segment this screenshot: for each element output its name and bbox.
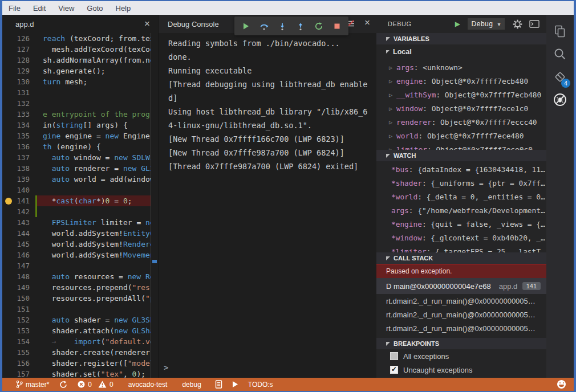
- code-text[interactable]: resources.prependAll("pa: [37, 293, 151, 304]
- launch-config-select[interactable]: Debug ▾: [468, 18, 505, 30]
- scope-local[interactable]: Local: [376, 44, 546, 59]
- line-number[interactable]: 132: [2, 98, 35, 109]
- line-number[interactable]: 138: [2, 163, 35, 174]
- close-icon[interactable]: ×: [144, 20, 150, 28]
- todo-button[interactable]: TODO:s: [248, 381, 273, 389]
- callstack-frame[interactable]: rt.dmain2._d_run_main()@0x00000000005…: [376, 308, 546, 321]
- code-text[interactable]: [37, 87, 151, 98]
- variable-row[interactable]: ▷ limiter: Object@*0x7ffff7ece0c0: [376, 142, 546, 150]
- watch-row[interactable]: *window: {_glcontext = 0xb40b20, _…: [376, 231, 546, 244]
- problems-indicator[interactable]: 0 0: [78, 381, 113, 389]
- console-prompt-icon[interactable]: >: [164, 363, 168, 372]
- code-line[interactable]: 138 auto renderer = new GL3R: [2, 163, 158, 174]
- line-number[interactable]: 127: [2, 44, 35, 55]
- callstack-header[interactable]: CALL STACK: [376, 252, 546, 264]
- step-into-button[interactable]: [276, 20, 289, 32]
- code-line[interactable]: 153 shader.attach(new GLShad: [2, 325, 158, 336]
- code-text[interactable]: sh.addNormalArray(from.nor: [37, 55, 151, 66]
- code-text[interactable]: in(string[] args) {: [37, 120, 151, 130]
- expand-icon[interactable]: ▷: [389, 133, 392, 139]
- variable-row[interactable]: ▷ renderer: Object@*0x7ffff7eccc40: [376, 115, 546, 129]
- expand-icon[interactable]: ▷: [389, 119, 392, 125]
- code-line[interactable]: 136 th (engine) {: [2, 141, 158, 152]
- code-line[interactable]: 135 gine engine = new Engine(): [2, 130, 158, 141]
- expand-icon[interactable]: ▷: [389, 105, 392, 112]
- code-text[interactable]: → import("default.ver: [37, 336, 151, 347]
- callstack-frame[interactable]: rt.dmain2._d_run_main()@0x00000000005…: [376, 321, 546, 335]
- code-line[interactable]: 132: [2, 98, 158, 109]
- code-line[interactable]: 152 auto shader = new GL3Sha: [2, 315, 158, 325]
- code-line[interactable]: 156 shader.register(["modelv: [2, 358, 158, 369]
- menu-item[interactable]: File: [2, 4, 27, 13]
- line-number[interactable]: 140: [2, 185, 35, 195]
- variable-row[interactable]: ▷ window: Object@*0x7ffff7ece1c0: [376, 101, 546, 115]
- code-line[interactable]: 131: [2, 87, 158, 98]
- line-number[interactable]: 148: [2, 271, 35, 282]
- code-line[interactable]: 145 world.addSystem!Renderer: [2, 239, 158, 250]
- code-text[interactable]: shader.create(renderer);: [37, 347, 151, 358]
- code-line[interactable]: 126 reach (texCoord; from.texC: [2, 33, 158, 44]
- line-number[interactable]: 134: [2, 120, 35, 130]
- menu-item[interactable]: View: [52, 4, 80, 13]
- watch-row[interactable]: *engine: {quit = false, _views = {…: [376, 217, 546, 231]
- restart-button[interactable]: [313, 20, 325, 32]
- callstack-frame[interactable]: D main@0x00000000004e7e68 app.d 141: [376, 278, 546, 294]
- code-text[interactable]: auto renderer = new GL3R: [37, 163, 151, 174]
- callstack-frame[interactable]: rt.dmain2._d_run_main()@0x00000000005…: [376, 294, 546, 308]
- editor-scrollbar[interactable]: [151, 33, 158, 378]
- expand-icon[interactable]: ▷: [389, 78, 392, 84]
- code-line[interactable]: 139 auto world = add(window,: [2, 174, 158, 185]
- code-text[interactable]: [37, 206, 151, 217]
- notebook-button[interactable]: [215, 380, 222, 389]
- line-number[interactable]: 126: [2, 33, 35, 44]
- code-text[interactable]: auto world = add(window,: [37, 174, 151, 185]
- step-over-button[interactable]: [258, 20, 270, 32]
- variable-row[interactable]: ▷ engine: Object@*0x7ffff7ecb480: [376, 74, 546, 88]
- close-icon[interactable]: ×: [364, 19, 370, 27]
- project-name[interactable]: avocado-test: [128, 381, 168, 389]
- line-number[interactable]: 136: [2, 141, 35, 152]
- line-number[interactable]: 147: [2, 260, 35, 271]
- expand-icon[interactable]: ▷: [389, 64, 392, 71]
- code-line[interactable]: 128 sh.addNormalArray(from.nor: [2, 55, 158, 66]
- start-debug-icon[interactable]: ▶: [455, 20, 461, 28]
- feedback-smiley-icon[interactable]: [557, 380, 566, 389]
- code-line[interactable]: 144 world.addSystem!EntityOu: [2, 228, 158, 239]
- line-number[interactable]: 153: [2, 325, 35, 336]
- code-line[interactable]: 154 → import("default.ver: [2, 336, 158, 347]
- code-line[interactable]: 127 mesh.addTexCoord(texCoor: [2, 44, 158, 55]
- search-icon[interactable]: [553, 47, 567, 62]
- code-line[interactable]: 149 resources.prepend("res"): [2, 282, 158, 293]
- breakpoint-row[interactable]: Uncaught exceptions: [376, 363, 546, 377]
- variable-row[interactable]: ▷ world: Object@*0x7ffff7ece480: [376, 129, 546, 142]
- code-text[interactable]: world.addSystem!EntityOu: [37, 228, 151, 239]
- code-text[interactable]: auto shader = new GL3Sha: [37, 315, 151, 325]
- code-line[interactable]: 151: [2, 304, 158, 315]
- variables-header[interactable]: VARIABLES: [376, 33, 546, 44]
- code-line[interactable]: 148 auto resources = new Res: [2, 271, 158, 282]
- code-text[interactable]: FPSLimiter limiter = new: [37, 217, 151, 228]
- step-out-button[interactable]: [294, 20, 307, 32]
- code-line[interactable]: 140: [2, 185, 158, 195]
- line-number[interactable]: 135: [2, 130, 35, 141]
- line-number[interactable]: 131: [2, 87, 35, 98]
- checkbox[interactable]: [390, 366, 398, 374]
- git-branch-indicator[interactable]: master*: [16, 380, 49, 389]
- code-line[interactable]: 129 sh.generate();: [2, 66, 158, 76]
- code-text[interactable]: world.addSystem!Renderer: [37, 239, 151, 250]
- line-number[interactable]: 152: [2, 315, 35, 325]
- expand-icon[interactable]: ▷: [389, 92, 392, 98]
- code-text[interactable]: [37, 304, 151, 315]
- stop-button[interactable]: [331, 20, 343, 32]
- variable-row[interactable]: ▷ args: <unknown>: [376, 60, 546, 74]
- code-text[interactable]: mesh.addTexCoord(texCoor: [37, 44, 151, 55]
- code-text[interactable]: shader.register(["modelv: [37, 358, 151, 369]
- line-number[interactable]: 155: [2, 347, 35, 358]
- line-number[interactable]: 139: [2, 174, 35, 185]
- code-line[interactable]: 155 shader.create(renderer);: [2, 347, 158, 358]
- line-number[interactable]: 145: [2, 239, 35, 250]
- code-text[interactable]: auto resources = new Res: [37, 271, 151, 282]
- code-text[interactable]: *cast(char*)0 = 0;: [37, 195, 151, 206]
- code-text[interactable]: gine engine = new Engine(): [37, 130, 151, 141]
- menu-item[interactable]: Goto: [80, 4, 109, 13]
